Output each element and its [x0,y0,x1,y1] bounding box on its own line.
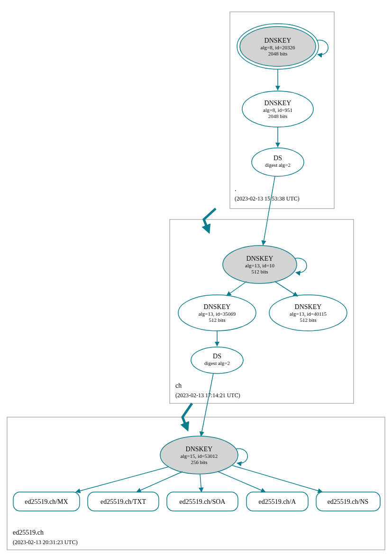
leaf-ksk-title: DNSKEY [186,446,213,453]
edge-leaf-to-soa [200,474,201,492]
rr-a-label: ed25519.ch/A [259,498,297,505]
ch-zsk1-line3: 512 bits [209,317,225,323]
edge-ch-ksk-to-zsk1 [227,282,246,296]
edge-leaf-to-txt [137,472,182,492]
edge-root-to-ch-zone [204,209,216,231]
edge-leaf-to-mx [76,467,168,492]
ch-zsk2-line3: 512 bits [300,317,316,323]
zone-timestamp-root: (2023-02-13 15:53:38 UTC) [235,195,300,202]
rr-txt-label: ed25519.ch/TXT [100,498,146,505]
edge-ch-ksk-to-zsk2 [275,282,298,296]
root-ksk-line3: 2048 bits [268,51,288,56]
dnssec-diagram: . (2023-02-13 15:53:38 UTC) DNSKEY alg=8… [0,0,392,556]
rr-ns-label: ed25519.ch/NS [328,498,369,505]
edge-leaf-to-a [218,472,265,492]
node-ch-zsk1: DNSKEY alg=13, id=35069 512 bits [178,295,256,331]
ch-ksk-title: DNSKEY [246,255,273,262]
node-ch-zsk2: DNSKEY alg=13, id=40115 512 bits [269,295,347,331]
ch-zsk2-title: DNSKEY [295,303,322,310]
ch-ds-title: DS [213,353,221,360]
rr-soa-label: ed25519.ch/SOA [180,498,226,505]
edge-ch-to-leaf-zone [182,403,192,429]
leaf-ksk-line3: 256 bits [191,459,207,465]
ch-ksk-line3: 512 bits [251,269,268,274]
ch-ksk-line2: alg=13, id=10 [245,263,274,268]
node-ch-ksk: DNSKEY alg=13, id=10 512 bits [223,246,297,283]
rr-mx-label: ed25519.ch/MX [25,498,68,505]
edge-leaf-to-ns [232,465,322,492]
node-rr-a: ed25519.ch/A [246,492,308,511]
root-zsk-title: DNSKEY [264,100,292,107]
ch-ds-line2: digest alg=2 [204,360,230,366]
zone-timestamp-ch: (2023-02-13 17:14:21 UTC) [175,392,240,399]
node-rr-mx: ed25519.ch/MX [13,492,80,511]
edge-root-ds-to-ch-ksk [263,176,275,245]
node-root-zsk: DNSKEY alg=8, id=951 2048 bits [242,91,313,127]
node-leaf-ksk: DNSKEY alg=15, id=53012 256 bits [160,436,238,474]
root-ksk-title: DNSKEY [264,37,292,44]
leaf-ksk-line2: alg=15, id=53012 [181,453,218,459]
ch-zsk1-title: DNSKEY [204,303,231,310]
edge-ch-ds-to-leaf-ksk [201,374,213,436]
node-rr-ns: ed25519.ch/NS [316,492,380,511]
zone-label-root: . [235,185,237,192]
ch-zsk1-line2: alg=13, id=35069 [199,311,236,317]
root-ksk-line2: alg=8, id=20326 [261,45,295,50]
node-rr-txt: ed25519.ch/TXT [88,492,159,511]
node-root-ksk: DNSKEY alg=8, id=20326 2048 bits [237,24,319,69]
node-root-ds: DS digest alg=2 [252,148,304,176]
zone-label-leaf: ed25519.ch [13,529,44,536]
node-ch-ds: DS digest alg=2 [191,347,243,374]
root-ds-line2: digest alg=2 [265,162,291,168]
zone-label-ch: ch [175,382,182,389]
zone-timestamp-leaf: (2023-02-13 20:31:23 UTC) [13,539,78,546]
node-rr-soa: ed25519.ch/SOA [167,492,238,511]
root-zsk-line2: alg=8, id=951 [263,107,292,113]
root-zsk-line3: 2048 bits [268,113,288,119]
root-ds-title: DS [273,155,282,162]
ch-zsk2-line2: alg=13, id=40115 [290,311,327,317]
